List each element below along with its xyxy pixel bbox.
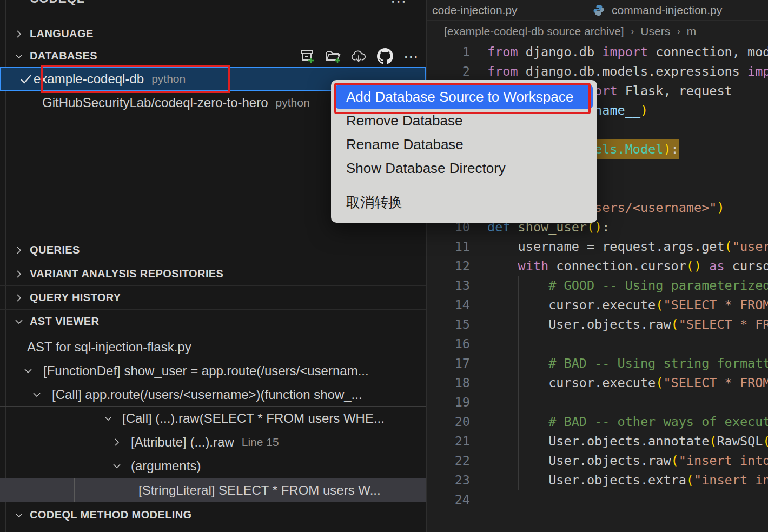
code-line-text: cursor.execute("SELECT * FROM users WHER… xyxy=(487,295,768,315)
indent-guide xyxy=(518,276,519,490)
ast-tree-node[interactable]: [StringLiteral] SELECT * FROM users W... xyxy=(0,478,426,502)
code-line: 21 User.objects.annotate(RawSQL("insert … xyxy=(427,431,768,451)
section-ast-viewer-label: AST VIEWER xyxy=(30,315,99,328)
checkmark-icon xyxy=(18,71,34,87)
chevron-down-icon xyxy=(23,365,34,376)
line-number: 16 xyxy=(427,334,470,354)
indent-guide xyxy=(74,478,75,502)
section-ast-viewer[interactable]: AST VIEWER xyxy=(0,309,426,333)
database-name: example-codeql-db xyxy=(34,71,144,87)
line-number: 22 xyxy=(427,451,470,470)
indent-guide xyxy=(488,237,488,490)
line-number: 18 xyxy=(427,373,470,393)
chevron-down-icon xyxy=(14,510,24,521)
breadcrumb-separator-icon: › xyxy=(677,25,680,37)
code-line-text: User.objects.extra("insert into users_us… xyxy=(487,470,768,490)
section-databases-label: DATABASES xyxy=(30,50,97,62)
code-line: 23 User.objects.extra("insert into users… xyxy=(427,470,768,490)
code-line: 11 username = request.args.get("username… xyxy=(427,237,768,256)
menu-separator xyxy=(339,185,590,185)
breadcrumb[interactable]: [example-codeql-db source archive]›Users… xyxy=(427,20,768,42)
ast-tree-node[interactable]: [Call] (...).raw(SELECT * FROM users WHE… xyxy=(0,407,426,430)
section-language[interactable]: LANGUAGE xyxy=(0,22,426,45)
ast-tree-node[interactable]: [FunctionDef] show_user = app.route(/use… xyxy=(0,359,426,383)
breadcrumb-item[interactable]: Users xyxy=(640,25,670,38)
menu-item-cancel-conversion[interactable]: 取消转换 xyxy=(335,190,593,214)
ast-node-line-detail: Line 15 xyxy=(242,436,279,449)
section-language-label: LANGUAGE xyxy=(30,28,94,40)
code-line-text: User.objects.raw("SELECT * FROM users WH… xyxy=(487,315,768,334)
more-actions-icon[interactable]: ⋯ xyxy=(403,48,419,64)
code-line-text: with connection.cursor() as cursor: xyxy=(487,256,768,276)
code-line-text: from django.db import connection, models xyxy=(487,42,768,62)
context-menu: Add Database Source to WorkspaceRemove D… xyxy=(331,80,597,223)
database-language-badge: python xyxy=(151,72,186,85)
section-databases[interactable]: DATABASES xyxy=(0,44,426,68)
ast-node-label: [Call] (...).raw(SELECT * FROM users WHE… xyxy=(122,411,385,426)
code-line-text: User.objects.annotate(RawSQL("insert int… xyxy=(487,431,768,451)
tab-code-injection[interactable]: code-injection.py xyxy=(427,0,578,20)
line-number: 23 xyxy=(427,470,470,490)
line-number: 2 xyxy=(427,62,470,81)
menu-item-rename-database[interactable]: Rename Database xyxy=(335,132,593,156)
line-number: 15 xyxy=(427,315,470,334)
database-language-badge: python xyxy=(276,96,310,109)
github-icon[interactable] xyxy=(377,48,393,64)
line-number: 11 xyxy=(427,237,470,256)
ast-tree-node[interactable]: [Attribute] (...).rawLine 15 xyxy=(0,430,426,454)
code-line: 18 cursor.execute("SELECT * FROM users W… xyxy=(427,373,768,393)
code-line-text: # BAD -- other ways of executing raw SQL… xyxy=(487,412,768,431)
menu-item-remove-database[interactable]: Remove Database xyxy=(335,109,593,132)
line-number: 13 xyxy=(427,276,470,295)
chevron-down-icon xyxy=(31,389,42,400)
add-database-folder-icon[interactable] xyxy=(325,48,341,64)
section-label: QUERIES xyxy=(30,244,80,256)
breadcrumb-item[interactable]: [example-codeql-db source archive] xyxy=(444,25,624,38)
line-number: 14 xyxy=(427,295,470,315)
chevron-right-icon xyxy=(14,245,24,256)
code-line: 12 with connection.cursor() as cursor: xyxy=(427,256,768,276)
section-label: QUERY HISTORY xyxy=(30,291,121,304)
database-name: GitHubSecurityLab/codeql-zero-to-hero xyxy=(42,95,268,110)
code-line-text: from django.db.models.expressions import… xyxy=(487,62,768,81)
section-query-history[interactable]: QUERY HISTORY xyxy=(0,285,426,309)
chevron-down-icon xyxy=(14,316,24,327)
code-line-text: # GOOD -- Using parameterized queries xyxy=(487,276,768,295)
tab-command-injection[interactable]: command-injection.py xyxy=(578,0,768,20)
line-number: 19 xyxy=(427,393,470,412)
sidebar-title: CODEQL xyxy=(30,0,84,6)
line-number: 1 xyxy=(427,42,470,62)
breadcrumb-item[interactable]: m xyxy=(687,25,697,38)
chevron-down-icon xyxy=(103,413,114,424)
menu-item-show-database-directory[interactable]: Show Database Directory xyxy=(335,156,593,180)
line-number: 21 xyxy=(427,431,470,451)
ast-tree-node[interactable]: (arguments) xyxy=(0,454,426,478)
ast-tree-node[interactable]: [Call] app.route(/users/<username>)(func… xyxy=(0,383,426,407)
line-number: 17 xyxy=(427,354,470,373)
section-method-modeling[interactable]: CODEQL METHOD MODELING xyxy=(0,503,426,527)
code-line-text: username = request.args.get("username") xyxy=(487,237,768,256)
code-line: 17 # BAD -- Using string formatting xyxy=(427,354,768,373)
ast-file-label: AST for sql-injection-flask.py xyxy=(27,340,191,355)
section-queries[interactable]: QUERIES xyxy=(0,238,426,262)
chevron-right-icon xyxy=(14,269,24,280)
code-line-text: cursor.execute("SELECT * FROM users WHER… xyxy=(487,373,768,393)
chevron-down-icon xyxy=(14,51,24,62)
code-line: 1from django.db import connection, model… xyxy=(427,42,768,62)
ast-file-item[interactable]: AST for sql-injection-flask.py xyxy=(0,335,426,359)
ast-node-label: [Call] app.route(/users/<username>)(func… xyxy=(52,387,362,402)
tab-label: code-injection.py xyxy=(432,4,518,17)
code-line: 13 # GOOD -- Using parameterized queries xyxy=(427,276,768,295)
chevron-right-icon xyxy=(14,292,24,303)
ast-node-label: (arguments) xyxy=(131,458,201,474)
code-line: 19 xyxy=(427,393,768,412)
ast-node-label: [Attribute] (...).raw xyxy=(131,435,234,450)
download-database-icon[interactable] xyxy=(351,48,367,64)
menu-item-add-database-source-to-workspace[interactable]: Add Database Source to Workspace xyxy=(335,85,593,109)
sidebar-more-actions-icon[interactable]: ⋯ xyxy=(390,0,408,10)
add-database-archive-icon[interactable] xyxy=(299,48,315,64)
section-variant-analysis-repositories[interactable]: VARIANT ANALYSIS REPOSITORIES xyxy=(0,262,426,285)
line-number: 20 xyxy=(427,412,470,431)
code-line: 20 # BAD -- other ways of executing raw … xyxy=(427,412,768,431)
code-line-text: # BAD -- Using string formatting xyxy=(487,354,768,373)
